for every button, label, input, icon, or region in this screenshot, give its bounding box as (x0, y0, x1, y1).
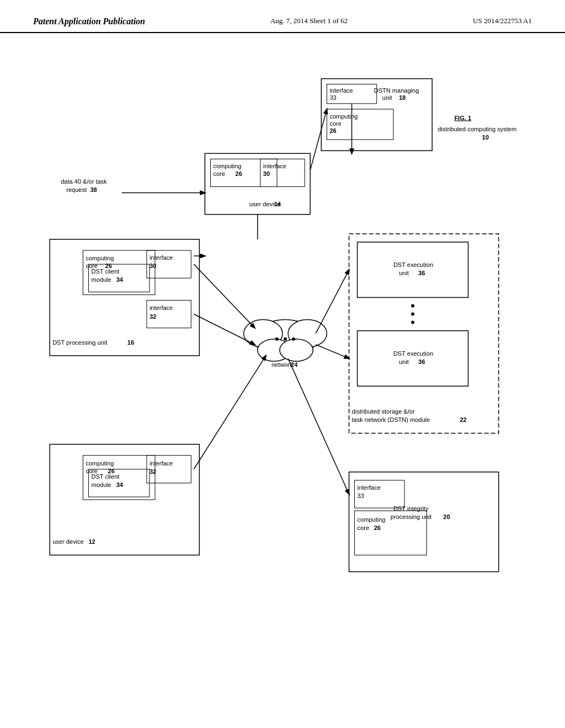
interface-33-top-num: 33 (329, 94, 336, 101)
dst-processing-num: 16 (127, 339, 134, 346)
user-device-14-num: 14 (274, 201, 281, 207)
dst-exec-bot-label2: unit (399, 358, 409, 365)
user-device-12-label: user device (52, 538, 83, 545)
data-request-num: 38 (90, 186, 97, 193)
computing-core-14-label2: core (213, 170, 225, 177)
computing-core-14-label1: computing (213, 163, 241, 169)
computing-core-dst-label1: computing (86, 255, 114, 261)
page: Patent Application Publication Aug. 7, 2… (0, 0, 565, 728)
dot3 (411, 321, 414, 324)
dstn-managing-label1: DSTN managing (374, 87, 419, 94)
diagram-svg: FIG. 1 distributed computing system 10 i… (33, 61, 532, 684)
arrow-network-dstn-bot (316, 345, 349, 358)
computing-core-int-label1: computing (358, 516, 386, 523)
computing-core-dstn-label1: computing (329, 113, 358, 120)
dst-exec-top-box (358, 242, 468, 297)
svg-point-7 (292, 338, 295, 341)
interface-30-dst-label: interface (150, 254, 173, 261)
dstn-num: 22 (460, 416, 466, 423)
interface-33-int-num: 33 (358, 493, 364, 499)
interface-32-dst-label: interface (150, 305, 173, 312)
fig-label: FIG. 1 (454, 115, 471, 121)
dstn-label1: distributed storage &/or (352, 408, 415, 415)
date-sheet-label: Aug. 7, 2014 Sheet 1 of 62 (270, 17, 348, 25)
dst-exec-top-num: 36 (418, 270, 425, 276)
dst-exec-bot-num: 36 (418, 358, 425, 365)
user-device-12-num: 12 (88, 538, 95, 545)
dst-client-ud12-num: 34 (116, 481, 124, 488)
distributed-computing-label: distributed computing system (438, 126, 516, 132)
dst-exec-bot-label1: DST execution (393, 350, 433, 357)
dot1 (411, 304, 414, 307)
computing-core-dstn-num: 26 (329, 127, 336, 134)
dstn-managing-num: 18 (399, 94, 406, 101)
interface-30-dst-num: 30 (150, 263, 156, 269)
header: Patent Application Publication Aug. 7, 2… (0, 0, 565, 33)
dst-processing-box (50, 239, 199, 356)
svg-point-6 (284, 338, 287, 341)
svg-point-4 (280, 339, 313, 361)
interface-33-top-label: interface (329, 87, 353, 94)
dst-client-ud12-label2: module (91, 481, 111, 488)
interface-30-top-num: 30 (263, 170, 270, 177)
interface-32-dst-num: 32 (150, 313, 156, 320)
dst-integrity-num: 20 (443, 513, 450, 520)
interface-32-ud12-label: interface (150, 460, 173, 467)
dst-processing-label1: DST processing unit (52, 339, 107, 346)
dst-exec-bot-box (358, 331, 468, 386)
computing-core-14-num: 26 (236, 170, 242, 177)
dstn-label2: task network (DSTN) module (352, 416, 430, 423)
dot2 (411, 313, 414, 316)
dstn-managing-label2: unit (382, 94, 392, 101)
data-request-label1: data 40 &/or task (61, 178, 107, 185)
dst-client-label1: DST client (91, 268, 119, 275)
arrow-network-integrity (288, 358, 349, 494)
arrow-ud12-network (194, 356, 266, 469)
dst-exec-top-label1: DST execution (393, 261, 433, 268)
dst-client-num: 34 (116, 276, 124, 283)
patent-number-label: US 2014/222753 A1 (473, 17, 532, 25)
dst-integrity-label2: processing unit (391, 513, 431, 520)
data-request-label2: request (66, 186, 87, 193)
arrow-ud14-dstn (310, 109, 327, 170)
system-number: 10 (482, 134, 489, 141)
dst-client-label2: module (91, 276, 111, 283)
computing-core-dstn-label2: core (329, 120, 341, 127)
computing-core-int-num: 26 (374, 524, 381, 531)
dst-client-ud12-label1: DST client (91, 473, 119, 480)
interface-32-ud12-num: 32 (150, 468, 156, 475)
svg-point-5 (275, 338, 279, 341)
computing-core-ud12-label1: computing (86, 460, 114, 467)
interface-30-top-label: interface (263, 163, 286, 169)
diagram-area: FIG. 1 distributed computing system 10 i… (33, 61, 532, 684)
dst-integrity-label1: DST integrity (393, 505, 429, 512)
network-cloud (244, 320, 327, 361)
patent-publication-label: Patent Application Publication (33, 17, 145, 26)
computing-core-int-label2: core (358, 524, 369, 531)
dst-exec-top-label2: unit (399, 270, 409, 276)
arrow-network-dstn-top (316, 270, 349, 334)
interface-33-int-label: interface (358, 484, 381, 491)
